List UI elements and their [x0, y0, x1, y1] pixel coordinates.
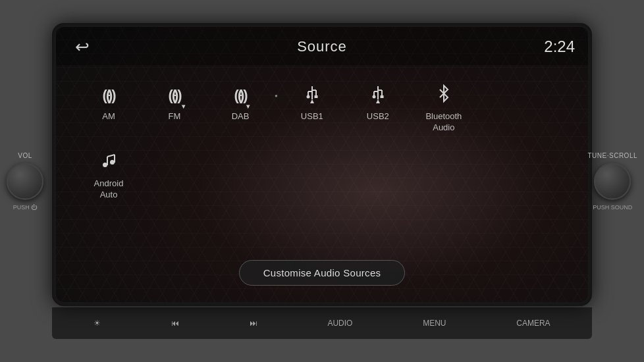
- svg-line-20: [107, 155, 115, 157]
- dab-icon: ((·)) ▾: [234, 84, 246, 107]
- customise-button-wrap: Customise Audio Sources: [76, 260, 568, 286]
- svg-marker-15: [376, 99, 380, 103]
- svg-rect-6: [314, 95, 317, 98]
- fm-radio-icon: ((·)) ▾: [168, 84, 180, 107]
- dot-separator: ●: [273, 93, 279, 99]
- back-button[interactable]: ↩: [69, 34, 95, 60]
- android-auto-label: Android Auto: [94, 178, 124, 201]
- screen: ↩ Source 2:24 ((·)) AM ((·)): [56, 27, 588, 302]
- svg-rect-16: [103, 163, 107, 167]
- camera-button[interactable]: CAMERA: [510, 316, 556, 330]
- usb1-label: USB1: [301, 111, 323, 122]
- bottom-bar: ☀ ⏮ ⏭ AUDIO MENU CAMERA: [52, 307, 592, 339]
- source-row-1: ((·)) AM ((·)) ▾ FM ((·)): [76, 78, 568, 139]
- vol-knob[interactable]: [7, 163, 43, 200]
- bluetooth-label: Bluetooth Audio: [425, 111, 462, 134]
- vol-label: VOL: [18, 152, 32, 159]
- svg-point-5: [306, 95, 309, 99]
- source-row-2: Android Auto: [76, 145, 568, 206]
- source-fm[interactable]: ((·)) ▾ FM: [142, 78, 207, 128]
- source-bluetooth[interactable]: Bluetooth Audio: [411, 78, 477, 139]
- screen-title: Source: [297, 38, 347, 55]
- source-dab[interactable]: ((·)) ▾ DAB: [207, 78, 273, 128]
- usb2-label: USB2: [367, 111, 389, 122]
- prev-button[interactable]: ⏮: [165, 316, 186, 330]
- tune-label: TUNE·SCROLL: [587, 152, 637, 159]
- dab-label: DAB: [232, 111, 250, 122]
- customise-audio-sources-button[interactable]: Customise Audio Sources: [239, 260, 406, 286]
- audio-button[interactable]: AUDIO: [321, 316, 359, 330]
- fm-label: FM: [169, 111, 181, 122]
- source-am[interactable]: ((·)) AM: [76, 78, 142, 128]
- header: ↩ Source 2:24: [56, 27, 588, 65]
- source-grid: ((·)) AM ((·)) ▾ FM ((·)): [56, 65, 588, 302]
- usb1-icon: [304, 84, 320, 107]
- menu-button[interactable]: MENU: [416, 316, 452, 330]
- bluetooth-icon: [436, 84, 452, 107]
- clock: 2:24: [544, 38, 575, 56]
- source-usb2[interactable]: USB2: [345, 78, 411, 128]
- screen-bezel: ↩ Source 2:24 ((·)) AM ((·)): [52, 23, 592, 306]
- car-unit: VOL PUSH ⏻ TUNE·SCROLL PUSH SOUND ↩ Sour…: [0, 0, 644, 362]
- tune-sub: PUSH SOUND: [593, 204, 632, 211]
- source-android-auto[interactable]: Android Auto: [76, 145, 142, 206]
- vol-sub: PUSH ⏻: [13, 204, 38, 211]
- am-label: AM: [102, 111, 115, 122]
- android-auto-icon: [99, 151, 118, 174]
- svg-point-13: [372, 95, 375, 99]
- tune-knob[interactable]: [594, 163, 631, 200]
- usb2-icon: [370, 84, 386, 107]
- source-usb1[interactable]: USB1: [279, 78, 345, 128]
- next-button[interactable]: ⏭: [243, 316, 264, 330]
- brightness-button[interactable]: ☀: [87, 316, 107, 330]
- svg-rect-14: [380, 95, 383, 98]
- am-icon: ((·)): [102, 84, 115, 107]
- svg-rect-17: [110, 160, 115, 165]
- svg-marker-7: [310, 99, 314, 103]
